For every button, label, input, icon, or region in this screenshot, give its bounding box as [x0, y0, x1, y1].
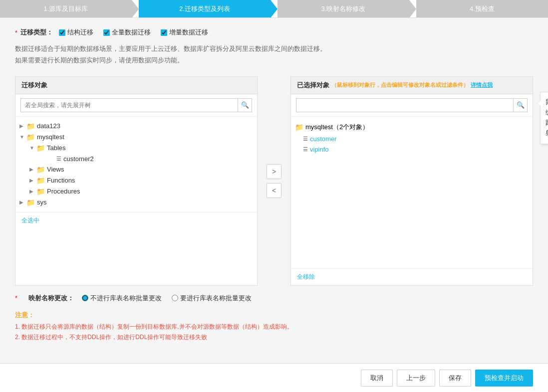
- selected-item-customer-label: customer: [310, 135, 336, 143]
- step-3[interactable]: 3.映射名称修改: [277, 0, 409, 17]
- checkbox-structural[interactable]: 结构迁移: [59, 28, 93, 37]
- tree-label-tables: Tables: [47, 144, 66, 152]
- right-panel: 已选择对象 （鼠标移到对象行，点击编辑可修改对象名或过滤条件） 详情点我 鼠标移…: [290, 76, 533, 286]
- left-panel: 迁移对象 🔍 ▶ 📁 data123 ▼ 📁 mysqltest: [15, 76, 258, 286]
- expand-icon-functions: ▶: [29, 178, 34, 183]
- checkbox-full[interactable]: 全量数据迁移: [103, 28, 151, 37]
- table-icon-customer: ☰: [303, 136, 308, 142]
- left-search-button[interactable]: 🔍: [238, 98, 252, 112]
- expand-icon-data123: ▶: [19, 123, 24, 129]
- selected-item-vipinfo[interactable]: ☰ vipinfo: [291, 144, 533, 155]
- right-panel-hint: （鼠标移到对象行，点击编辑可修改对象名或过滤条件）: [331, 81, 469, 89]
- tooltip-box: 鼠标移到对象上，点击编辑入口，即可配置源跟目标实例的对象名映射及迁移列选择: [540, 92, 548, 144]
- left-panel-title: 迁移对象: [15, 77, 257, 94]
- bottom-bar: 取消 上一步 保存 预检查并启动: [0, 363, 548, 392]
- folder-icon-mysqltest-right: 📁: [295, 123, 303, 131]
- tree-item-views[interactable]: ▶ 📁 Views: [25, 164, 257, 175]
- tree-item-sys[interactable]: ▶ 📁 sys: [15, 197, 257, 208]
- selected-group-label: mysqltest（2个对象）: [305, 123, 369, 132]
- tree-item-tables[interactable]: ▼ 📁 Tables: [25, 143, 257, 154]
- table-icon-vipinfo: ☰: [303, 146, 308, 153]
- tree-label-sys: sys: [37, 198, 47, 206]
- move-right-button[interactable]: >: [267, 164, 281, 179]
- tree-item-customer2[interactable]: ▶ ☰ customer2: [45, 154, 257, 164]
- save-button[interactable]: 保存: [439, 370, 471, 387]
- left-search-bar: 🔍: [15, 94, 257, 117]
- mapping-label: 映射名称更改：: [28, 294, 74, 303]
- tooltip-text: 鼠标移到对象上，点击编辑入口，即可配置源跟目标实例的对象名映射及迁移列选择: [546, 98, 548, 137]
- step-2-arrow: [271, 0, 277, 18]
- arrow-buttons: > <: [263, 164, 285, 198]
- radio-no-batch-label: 不进行库表名称批量更改: [90, 294, 162, 303]
- expand-icon-views: ▶: [29, 167, 34, 172]
- folder-icon-tables: 📁: [36, 144, 45, 152]
- tree-item-data123[interactable]: ▶ 📁 data123: [15, 121, 257, 132]
- step-4[interactable]: 4.预检查: [416, 0, 548, 17]
- expand-icon-tables: ▼: [29, 145, 34, 151]
- selected-item-customer[interactable]: ☰ customer: [291, 134, 533, 144]
- tree-item-mysqltest[interactable]: ▼ 📁 mysqltest: [15, 132, 257, 143]
- right-panel-title-text: 已选择对象: [297, 81, 329, 90]
- right-panel-detail-link[interactable]: 详情点我: [471, 81, 493, 89]
- panels-wrapper: 迁移对象 🔍 ▶ 📁 data123 ▼ 📁 mysqltest: [15, 76, 533, 286]
- table-icon-customer2: ☰: [56, 156, 61, 162]
- radio-no-batch-input[interactable]: [82, 295, 88, 301]
- migration-type-label: 迁移类型：: [20, 28, 53, 37]
- expand-icon-procedures: ▶: [29, 189, 34, 194]
- folder-icon-functions: 📁: [36, 177, 45, 185]
- selected-item-vipinfo-label: vipinfo: [310, 146, 329, 153]
- object-tree: ▶ 📁 data123 ▼ 📁 mysqltest ▼ 📁 Tables: [15, 117, 257, 212]
- radio-no-batch[interactable]: 不进行库表名称批量更改: [82, 294, 162, 303]
- start-button[interactable]: 预检查并启动: [475, 370, 533, 387]
- tree-item-procedures[interactable]: ▶ 📁 Procedures: [25, 186, 257, 197]
- folder-icon-mysqltest: 📁: [26, 133, 35, 141]
- left-search-input[interactable]: [20, 98, 238, 112]
- step-1-arrow: [132, 0, 139, 18]
- remove-all-link[interactable]: 全移除: [291, 268, 533, 285]
- tree-label-procedures: Procedures: [47, 188, 80, 195]
- folder-icon-views: 📁: [36, 166, 45, 174]
- step-3-label: 3.映射名称修改: [321, 4, 366, 13]
- main-content: * 迁移类型： 结构迁移 全量数据迁移 增量数据迁移 数据迁移适合于短期的数据移…: [0, 18, 548, 353]
- step-1-label: 1.源库及目标库: [44, 4, 88, 13]
- migration-type-row: * 迁移类型： 结构迁移 全量数据迁移 增量数据迁移: [15, 28, 533, 37]
- tree-label-functions: Functions: [47, 177, 75, 184]
- mapping-row: * 映射名称更改： 不进行库表名称批量更改 要进行库表名称批量更改: [15, 294, 533, 303]
- cancel-button[interactable]: 取消: [361, 370, 393, 387]
- info-line1: 数据迁移适合于短期的数据移场景，主要应用于上云迁移、数据库扩容拆分及阿里云数据库…: [15, 43, 533, 54]
- info-line2: 如果需要进行长期的数据实时同步，请使用数据同步功能。: [15, 54, 533, 66]
- checkbox-full-input[interactable]: [103, 29, 110, 36]
- radio-batch-label: 要进行库表名称批量更改: [180, 294, 252, 303]
- info-text: 数据迁移适合于短期的数据移场景，主要应用于上云迁移、数据库扩容拆分及阿里云数据库…: [15, 43, 533, 66]
- radio-batch-input[interactable]: [172, 295, 178, 301]
- prev-button[interactable]: 上一步: [397, 370, 435, 387]
- checkbox-incremental-input[interactable]: [161, 29, 167, 36]
- step-1[interactable]: 1.源库及目标库: [0, 0, 132, 17]
- tree-label-mysqltest: mysqltest: [37, 133, 64, 141]
- select-all-link[interactable]: 全选中: [15, 212, 257, 229]
- required-star: *: [15, 29, 17, 36]
- checkbox-full-label: 全量数据迁移: [112, 28, 151, 37]
- right-search-button[interactable]: 🔍: [514, 98, 528, 112]
- step-3-arrow: [409, 0, 416, 18]
- migration-type-checkboxes: 结构迁移 全量数据迁移 增量数据迁移: [59, 28, 208, 37]
- move-left-button[interactable]: <: [267, 183, 281, 198]
- mapping-required-star: *: [15, 294, 17, 302]
- expand-icon-sys: ▶: [19, 199, 24, 205]
- checkbox-structural-input[interactable]: [59, 29, 65, 36]
- selected-group-mysqltest: 📁 mysqltest（2个对象）: [291, 121, 533, 134]
- step-4-label: 4.预检查: [470, 4, 495, 13]
- tree-label-views: Views: [47, 166, 64, 173]
- tree-label-customer2: customer2: [63, 155, 94, 163]
- right-search-input[interactable]: [296, 98, 514, 112]
- folder-icon-procedures: 📁: [36, 188, 45, 196]
- radio-batch[interactable]: 要进行库表名称批量更改: [172, 294, 252, 303]
- step-2-label: 2.迁移类型及列表: [179, 4, 230, 13]
- step-2[interactable]: 2.迁移类型及列表: [139, 0, 271, 17]
- notes-item-2: 2. 数据迁移过程中，不支持DDL操作，如进行DDL操作可能导致迁移失败: [15, 332, 533, 343]
- mapping-radio-group: 不进行库表名称批量更改 要进行库表名称批量更改: [82, 294, 252, 303]
- stepper: 1.源库及目标库 2.迁移类型及列表 3.映射名称修改 4.预检查: [0, 0, 548, 18]
- tree-item-functions[interactable]: ▶ 📁 Functions: [25, 175, 257, 186]
- checkbox-incremental[interactable]: 增量数据迁移: [161, 28, 208, 37]
- checkbox-structural-label: 结构迁移: [67, 28, 93, 37]
